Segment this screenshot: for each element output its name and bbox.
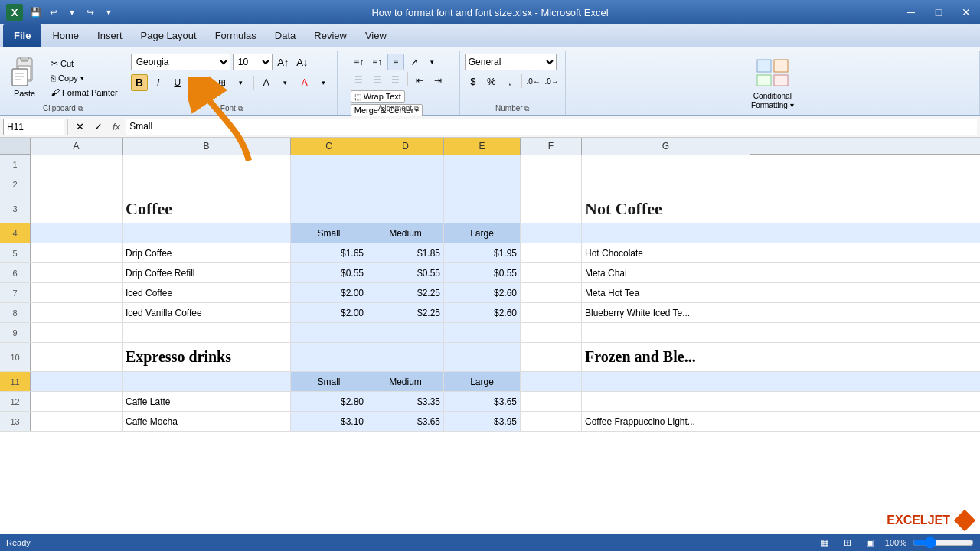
- cell-e5[interactable]: $1.95: [444, 243, 521, 262]
- cell-c12[interactable]: $2.80: [291, 392, 368, 411]
- align-left-button[interactable]: ☰: [351, 72, 368, 89]
- cell-f3[interactable]: [521, 194, 582, 223]
- page-layout-view-button[interactable]: ⊞: [839, 534, 856, 551]
- cell-b6[interactable]: Drip Coffee Refill: [122, 263, 291, 282]
- undo-button[interactable]: ↩: [45, 4, 62, 21]
- close-button[interactable]: ✕: [952, 0, 980, 24]
- cut-button[interactable]: ✂ Cut: [47, 57, 121, 70]
- cell-b10[interactable]: Expresso drinks: [122, 343, 291, 371]
- cell-a13[interactable]: [31, 412, 122, 431]
- data-tab[interactable]: Data: [266, 24, 305, 47]
- save-button[interactable]: 💾: [27, 4, 44, 21]
- cell-g13[interactable]: Coffee Frappuccino Light...: [582, 412, 750, 431]
- cell-e7[interactable]: $2.60: [444, 283, 521, 302]
- cell-g6[interactable]: Meta Chai: [582, 263, 750, 282]
- cell-d8[interactable]: $2.25: [368, 303, 444, 322]
- cell-d4[interactable]: Medium: [368, 223, 444, 243]
- cell-e1[interactable]: [444, 155, 521, 174]
- cell-e9[interactable]: [444, 323, 521, 342]
- increase-indent-button[interactable]: ⇥: [430, 72, 446, 89]
- font-size-select[interactable]: 10 11 12 14: [233, 54, 273, 70]
- cell-d2[interactable]: [368, 174, 444, 194]
- cell-f9[interactable]: [521, 323, 582, 342]
- cell-a12[interactable]: [31, 392, 122, 411]
- cancel-formula-button[interactable]: ✕: [71, 119, 88, 135]
- align-top-center-button[interactable]: ≡↑: [369, 54, 386, 70]
- cell-b2[interactable]: [122, 174, 291, 194]
- cell-c13[interactable]: $3.10: [291, 412, 368, 431]
- cell-d12[interactable]: $3.35: [368, 392, 444, 411]
- cell-g3[interactable]: Not Coffee: [582, 194, 750, 223]
- cell-e8[interactable]: $2.60: [444, 303, 521, 322]
- cell-b12[interactable]: Caffe Latte: [122, 392, 291, 411]
- align-center-button[interactable]: ☰: [369, 72, 386, 89]
- minimize-button[interactable]: ─: [897, 0, 925, 24]
- underline-dropdown[interactable]: ▾: [188, 74, 205, 91]
- col-header-g[interactable]: G: [582, 138, 750, 155]
- cell-b7[interactable]: Iced Coffee: [122, 283, 291, 302]
- cell-d1[interactable]: [368, 155, 444, 174]
- cell-c4[interactable]: Small: [291, 223, 368, 243]
- page-layout-tab[interactable]: Page Layout: [132, 24, 206, 47]
- cell-d3[interactable]: [368, 194, 444, 223]
- cell-c2[interactable]: [291, 174, 368, 194]
- cell-a4[interactable]: [31, 223, 122, 243]
- insert-tab[interactable]: Insert: [88, 24, 132, 47]
- comma-button[interactable]: ,: [501, 73, 518, 90]
- cell-f2[interactable]: [521, 174, 582, 194]
- cell-a6[interactable]: [31, 263, 122, 282]
- cell-a9[interactable]: [31, 323, 122, 342]
- cell-g2[interactable]: [582, 174, 750, 194]
- cell-b3[interactable]: Coffee: [122, 194, 291, 223]
- fill-color-dropdown[interactable]: ▾: [277, 74, 294, 91]
- cell-a1[interactable]: [31, 155, 122, 174]
- cell-f8[interactable]: [521, 303, 582, 322]
- cell-c6[interactable]: $0.55: [291, 263, 368, 282]
- cell-f1[interactable]: [521, 155, 582, 174]
- cell-d6[interactable]: $0.55: [368, 263, 444, 282]
- cell-f4[interactable]: [521, 223, 582, 243]
- cell-f5[interactable]: [521, 243, 582, 262]
- cell-e10[interactable]: [444, 343, 521, 371]
- col-header-c[interactable]: C: [291, 138, 368, 155]
- cell-e12[interactable]: $3.65: [444, 392, 521, 411]
- font-color-button[interactable]: A: [296, 74, 313, 91]
- col-header-e[interactable]: E: [444, 138, 521, 155]
- file-tab[interactable]: File: [3, 24, 41, 47]
- view-tab[interactable]: View: [356, 24, 396, 47]
- border-dropdown[interactable]: ▾: [233, 74, 250, 91]
- cell-b9[interactable]: [122, 323, 291, 342]
- font-family-select[interactable]: Georgia Arial Calibri: [131, 54, 230, 70]
- increase-decimal-button[interactable]: .0→: [544, 73, 560, 90]
- orientation-dropdown[interactable]: ▾: [424, 54, 441, 70]
- cell-g8[interactable]: Blueberry White Iced Te...: [582, 303, 750, 322]
- cell-f7[interactable]: [521, 283, 582, 302]
- fill-color-button[interactable]: A: [258, 74, 275, 91]
- cell-g10[interactable]: Frozen and Ble...: [582, 343, 750, 371]
- cell-b5[interactable]: Drip Coffee: [122, 243, 291, 262]
- increase-font-button[interactable]: A↑: [275, 54, 292, 70]
- cell-f13[interactable]: [521, 412, 582, 431]
- redo-button[interactable]: ↪: [82, 4, 99, 21]
- col-header-b[interactable]: B: [122, 138, 291, 155]
- cell-a2[interactable]: [31, 174, 122, 194]
- col-header-d[interactable]: D: [368, 138, 444, 155]
- cell-b1[interactable]: [122, 155, 291, 174]
- cell-f6[interactable]: [521, 263, 582, 282]
- formulas-tab[interactable]: Formulas: [206, 24, 266, 47]
- format-painter-button[interactable]: 🖌 Format Painter: [47, 86, 121, 99]
- align-top-right-button[interactable]: ≡: [387, 54, 404, 70]
- cell-g11[interactable]: [582, 372, 750, 391]
- cell-c1[interactable]: [291, 155, 368, 174]
- cell-d7[interactable]: $2.25: [368, 283, 444, 302]
- italic-button[interactable]: I: [150, 74, 167, 91]
- cell-d13[interactable]: $3.65: [368, 412, 444, 431]
- normal-view-button[interactable]: ▦: [816, 534, 833, 551]
- decrease-font-button[interactable]: A↓: [294, 54, 311, 70]
- align-top-left-button[interactable]: ≡↑: [351, 54, 368, 70]
- zoom-slider[interactable]: [913, 536, 974, 549]
- cell-g1[interactable]: [582, 155, 750, 174]
- col-header-f[interactable]: F: [521, 138, 582, 155]
- cell-g5[interactable]: Hot Chocolate: [582, 243, 750, 262]
- decrease-decimal-button[interactable]: .0←: [525, 73, 542, 90]
